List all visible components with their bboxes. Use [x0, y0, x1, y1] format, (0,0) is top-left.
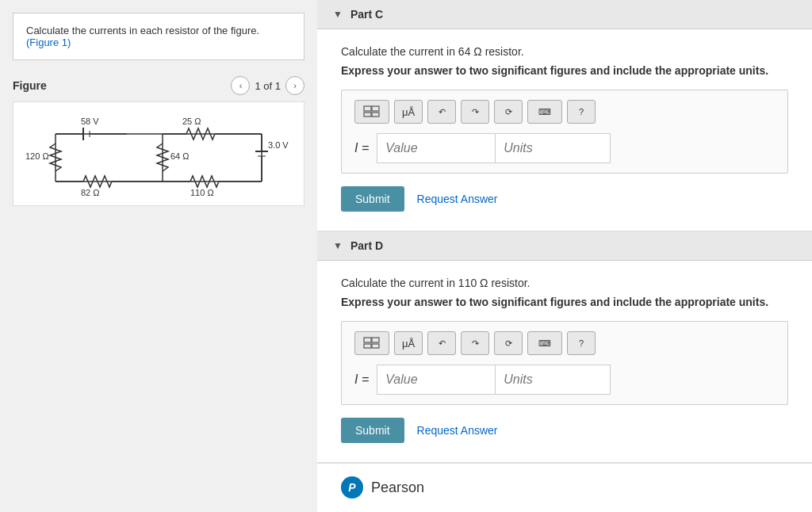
figure-title: Figure	[13, 79, 47, 92]
part-d-content: Calculate the current in 110 Ω resistor.…	[317, 261, 812, 462]
part-d-instruction: Express your answer to two significant f…	[341, 296, 788, 308]
keyboard-icon-c: ⌨	[538, 107, 551, 117]
svg-text:64 Ω: 64 Ω	[170, 151, 190, 161]
grid-button-d[interactable]	[354, 331, 389, 355]
keyboard-button-c[interactable]: ⌨	[527, 100, 562, 124]
part-c-action-row: Submit Request Answer	[341, 186, 788, 212]
nav-count: 1 of 1	[255, 80, 281, 92]
redo-button-d[interactable]: ↷	[461, 331, 489, 355]
grid-icon-d	[363, 337, 381, 350]
svg-text:120 Ω: 120 Ω	[25, 151, 49, 161]
mu-button-d[interactable]: μÅ	[394, 331, 423, 355]
svg-text:110 Ω: 110 Ω	[190, 188, 214, 197]
refresh-button-c[interactable]: ⟳	[494, 100, 523, 124]
part-d-question: Calculate the current in 110 Ω resistor.	[341, 277, 788, 289]
svg-rect-26	[364, 106, 371, 111]
pearson-footer: P Pearson	[317, 463, 812, 511]
redo-icon-c: ↷	[472, 107, 479, 117]
part-c-question: Calculate the current in 64 Ω resistor.	[341, 45, 788, 58]
part-d-section: ▼ Part D Calculate the current in 110 Ω …	[317, 231, 812, 463]
help-button-d[interactable]: ?	[567, 331, 596, 355]
left-panel: Calculate the currents in each resistor …	[0, 0, 317, 512]
part-d-header[interactable]: ▼ Part D	[317, 231, 812, 261]
svg-text:25 Ω: 25 Ω	[182, 117, 201, 126]
prev-figure-button[interactable]: ‹	[231, 76, 250, 95]
figure-link[interactable]: (Figure 1)	[26, 36, 71, 48]
right-panel: ▼ Part C Calculate the current in 64 Ω r…	[317, 0, 812, 512]
part-d-value-input[interactable]	[377, 365, 496, 395]
part-c-section: ▼ Part C Calculate the current in 64 Ω r…	[317, 0, 812, 231]
part-c-input-row: I =	[354, 133, 775, 163]
pearson-logo: P	[341, 476, 363, 499]
part-c-input-label: I =	[354, 141, 369, 155]
undo-icon-d: ↶	[439, 338, 446, 349]
grid-button-c[interactable]	[354, 100, 389, 124]
figure-nav: ‹ 1 of 1 ›	[231, 76, 304, 95]
part-c-answer-box: μÅ ↶ ↷ ⟳ ⌨	[341, 90, 788, 174]
part-c-collapse-icon: ▼	[333, 9, 343, 20]
part-d-toolbar: μÅ ↶ ↷ ⟳ ⌨ ?	[354, 331, 775, 355]
svg-rect-30	[364, 338, 371, 342]
svg-rect-28	[364, 113, 371, 117]
problem-text: Calculate the currents in each resistor …	[26, 25, 259, 36]
circuit-svg: 58 V 120 Ω 25 Ω 64 Ω 82 Ω	[24, 110, 293, 197]
help-icon-d: ?	[579, 338, 584, 348]
svg-rect-31	[372, 338, 379, 342]
help-button-c[interactable]: ?	[567, 100, 596, 124]
figure-section: Figure ‹ 1 of 1 ›	[13, 76, 304, 206]
problem-box: Calculate the currents in each resistor …	[13, 13, 304, 60]
part-d-units-input[interactable]	[496, 365, 611, 395]
part-d-request-answer-link[interactable]: Request Answer	[417, 424, 498, 437]
part-c-instruction: Express your answer to two significant f…	[341, 64, 788, 77]
part-d-input-label: I =	[354, 373, 369, 387]
mu-button-c[interactable]: μÅ	[394, 100, 423, 124]
svg-rect-29	[372, 113, 379, 117]
svg-text:58 V: 58 V	[81, 117, 99, 126]
pearson-brand-text: Pearson	[371, 480, 424, 496]
grid-icon-c	[363, 105, 381, 118]
help-icon-c: ?	[579, 107, 584, 117]
part-d-submit-button[interactable]: Submit	[341, 418, 404, 443]
undo-button-c[interactable]: ↶	[427, 100, 456, 124]
mu-icon-c: μÅ	[402, 106, 415, 118]
circuit-diagram: 58 V 120 Ω 25 Ω 64 Ω 82 Ω	[13, 101, 304, 206]
svg-rect-33	[372, 344, 379, 348]
undo-icon-c: ↶	[439, 107, 446, 117]
redo-button-c[interactable]: ↷	[461, 100, 489, 124]
svg-text:3.0 V: 3.0 V	[268, 140, 289, 150]
refresh-icon-d: ⟳	[505, 338, 512, 349]
svg-rect-27	[372, 106, 379, 111]
part-d-action-row: Submit Request Answer	[341, 418, 788, 443]
part-c-toolbar: μÅ ↶ ↷ ⟳ ⌨	[354, 100, 775, 124]
mu-icon-d: μÅ	[402, 338, 415, 350]
part-c-request-answer-link[interactable]: Request Answer	[417, 193, 498, 205]
refresh-button-d[interactable]: ⟳	[494, 331, 523, 355]
part-c-content: Calculate the current in 64 Ω resistor. …	[317, 29, 812, 231]
part-c-units-input[interactable]	[496, 133, 611, 163]
redo-icon-d: ↷	[472, 338, 479, 349]
keyboard-icon-d: ⌨	[538, 338, 551, 349]
part-c-title: Part C	[350, 8, 383, 21]
undo-button-d[interactable]: ↶	[427, 331, 456, 355]
part-d-title: Part D	[350, 239, 383, 252]
next-figure-button[interactable]: ›	[285, 76, 304, 95]
pearson-logo-letter: P	[348, 481, 355, 494]
part-c-header[interactable]: ▼ Part C	[317, 0, 812, 29]
refresh-icon-c: ⟳	[505, 107, 512, 117]
keyboard-button-d[interactable]: ⌨	[527, 331, 562, 355]
svg-rect-32	[364, 344, 371, 348]
part-d-collapse-icon: ▼	[333, 240, 343, 251]
part-d-answer-box: μÅ ↶ ↷ ⟳ ⌨ ?	[341, 321, 788, 405]
svg-text:82 Ω: 82 Ω	[81, 188, 100, 197]
part-c-value-input[interactable]	[377, 133, 496, 163]
part-d-input-row: I =	[354, 365, 775, 395]
figure-header: Figure ‹ 1 of 1 ›	[13, 76, 304, 95]
part-c-submit-button[interactable]: Submit	[341, 186, 404, 212]
